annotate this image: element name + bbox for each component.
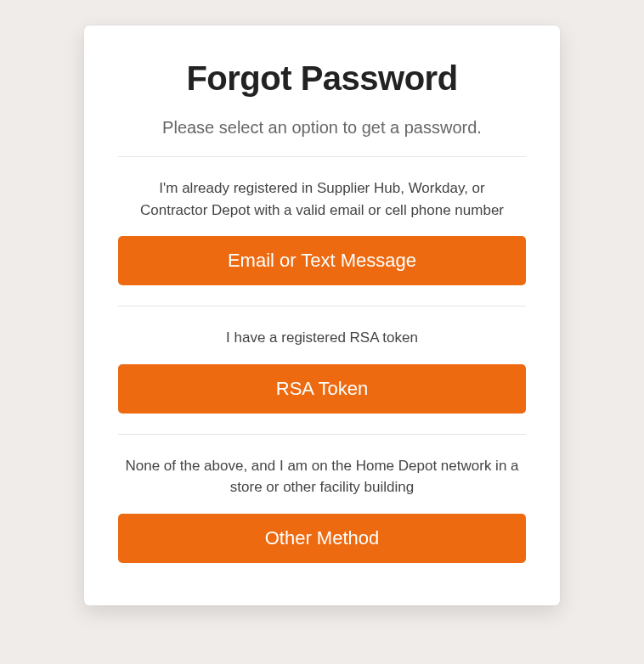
other-method-button[interactable]: Other Method (118, 514, 526, 563)
page-subtitle: Please select an option to get a passwor… (118, 118, 526, 138)
page-title: Forgot Password (118, 59, 526, 98)
option-description-rsa: I have a registered RSA token (118, 307, 526, 364)
forgot-password-card: Forgot Password Please select an option … (84, 25, 560, 605)
email-or-text-button[interactable]: Email or Text Message (118, 236, 526, 285)
option-description-email-text: I'm already registered in Supplier Hub, … (118, 157, 526, 236)
option-description-other: None of the above, and I am on the Home … (118, 435, 526, 514)
rsa-token-button[interactable]: RSA Token (118, 364, 526, 414)
